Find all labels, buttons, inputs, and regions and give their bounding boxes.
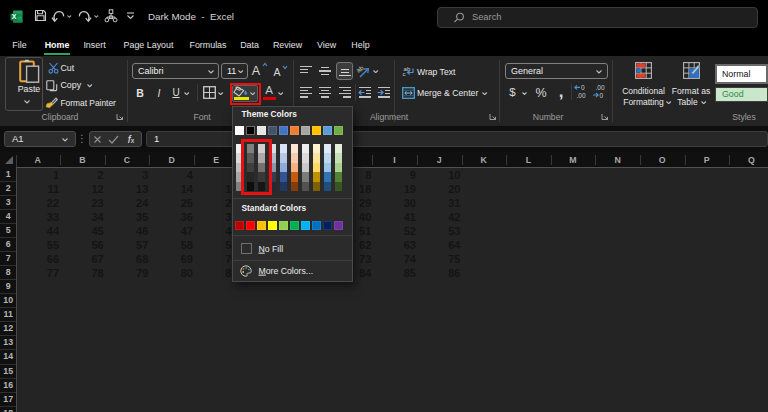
svg-text:.00: .00: [596, 84, 605, 91]
svg-text:.00: .00: [577, 92, 586, 99]
svg-text:0: 0: [581, 84, 585, 91]
svg-text:c: c: [403, 70, 406, 77]
svg-text:0: 0: [600, 92, 604, 99]
svg-text:X: X: [11, 13, 16, 20]
